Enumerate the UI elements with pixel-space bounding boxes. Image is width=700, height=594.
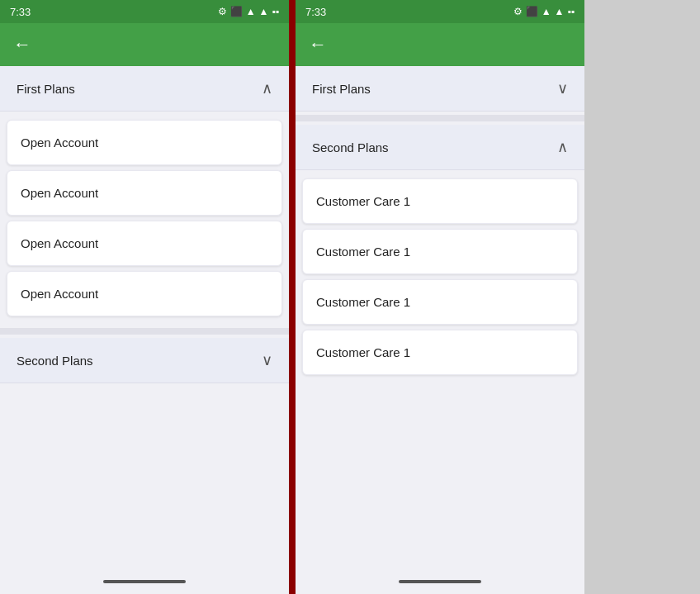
signal-icon-left: ▲ [246, 6, 256, 17]
battery-icon-left: ▪▪ [272, 6, 279, 17]
section-divider-left [0, 328, 289, 335]
status-icons-left: ⚙ ⬛ ▲ ▲ ▪▪ [218, 6, 279, 17]
status-bar-right: 7:33 ⚙ ⬛ ▲ ▲ ▪▪ [296, 0, 584, 23]
record-icon-left: ⬛ [230, 6, 243, 17]
list-item[interactable]: Open Account [7, 221, 282, 266]
back-button-right[interactable]: ← [309, 34, 327, 55]
accordion-first-plans-left[interactable]: First Plans ∧ [0, 66, 289, 112]
signal-icon-right: ▲ [542, 6, 551, 17]
list-item[interactable]: Customer Care 1 [302, 279, 578, 325]
second-plans-title-left: Second Plans [17, 354, 93, 368]
accordion-first-plans-right[interactable]: First Plans ∨ [296, 66, 584, 112]
back-button-left[interactable]: ← [13, 34, 31, 55]
record-icon-right: ⬛ [526, 6, 538, 17]
list-item[interactable]: Open Account [7, 271, 282, 316]
content-right: First Plans ∨ Second Plans ∧ Customer Ca… [296, 66, 584, 569]
second-plans-content-right: Customer Care 1 Customer Care 1 Customer… [296, 170, 584, 383]
status-bar-left: 7:33 ⚙ ⬛ ▲ ▲ ▪▪ [0, 0, 289, 23]
chevron-up-icon-right: ∧ [557, 138, 568, 156]
bottom-bar-left [0, 569, 289, 594]
first-plans-title-left: First Plans [17, 82, 75, 96]
list-item[interactable]: Customer Care 1 [302, 229, 578, 274]
content-left: First Plans ∧ Open Account Open Account … [0, 66, 289, 569]
home-indicator-left [103, 580, 186, 583]
status-time-right: 7:33 [305, 6, 326, 18]
second-plans-title-right: Second Plans [312, 140, 389, 154]
screen-divider [289, 0, 296, 594]
list-item[interactable]: Open Account [7, 170, 282, 216]
settings-icon-left: ⚙ [218, 6, 227, 17]
left-phone-screen: 7:33 ⚙ ⬛ ▲ ▲ ▪▪ ← First Plans ∧ Open Acc… [0, 0, 289, 594]
first-plans-content-left: Open Account Open Account Open Account O… [0, 112, 289, 325]
list-item[interactable]: Open Account [7, 120, 282, 165]
chevron-down-icon-right-top: ∨ [557, 79, 568, 97]
section-divider-right [296, 115, 584, 121]
list-item[interactable]: Customer Care 1 [302, 178, 578, 224]
app-bar-right: ← [296, 23, 584, 66]
accordion-second-plans-left[interactable]: Second Plans ∨ [0, 338, 289, 383]
first-plans-title-right: First Plans [312, 82, 371, 96]
chevron-up-icon-left: ∧ [262, 79, 272, 97]
home-indicator-right [399, 580, 481, 583]
chevron-down-icon-left: ∨ [262, 351, 272, 369]
right-phone-screen: 7:33 ⚙ ⬛ ▲ ▲ ▪▪ ← First Plans ∨ Second [296, 0, 584, 594]
accordion-second-plans-right[interactable]: Second Plans ∧ [296, 125, 584, 170]
bottom-bar-right [296, 569, 584, 594]
settings-icon-right: ⚙ [513, 6, 523, 17]
status-icons-right: ⚙ ⬛ ▲ ▲ ▪▪ [513, 6, 575, 17]
battery-icon-right: ▪▪ [567, 6, 575, 17]
wifi-icon-right: ▲ [555, 6, 565, 17]
status-time-left: 7:33 [10, 6, 31, 18]
app-bar-left: ← [0, 23, 289, 66]
list-item[interactable]: Customer Care 1 [302, 330, 578, 375]
wifi-icon-left: ▲ [259, 6, 269, 17]
